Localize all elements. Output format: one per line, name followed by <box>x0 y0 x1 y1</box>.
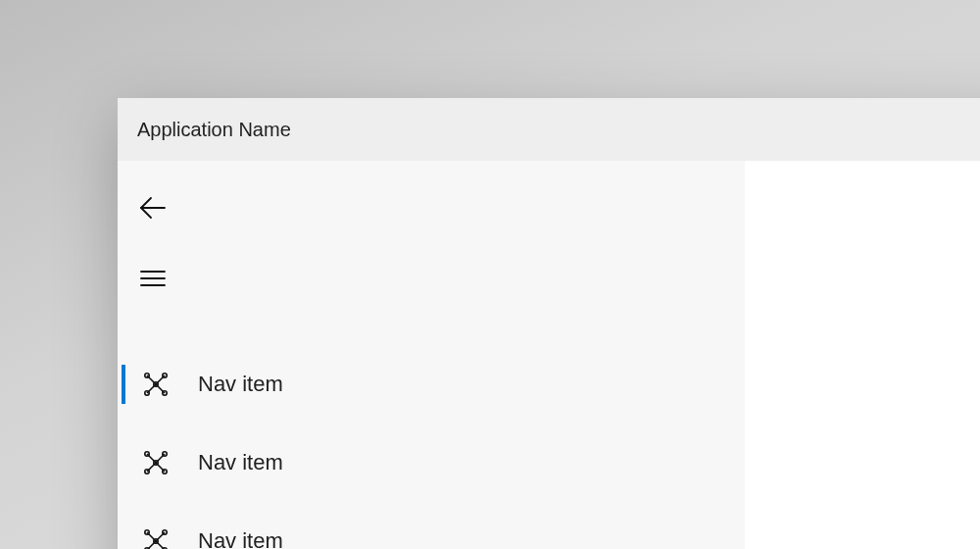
nav-item-1[interactable]: Nav item <box>118 424 745 502</box>
nav-item-icon <box>141 526 171 549</box>
svg-line-27 <box>147 532 156 541</box>
app-window: Application Name <box>118 98 980 549</box>
navigation-pane: Nav item <box>118 161 745 549</box>
svg-line-18 <box>147 454 156 463</box>
nav-item-label: Nav item <box>198 450 283 475</box>
svg-line-30 <box>156 541 165 549</box>
spacer <box>118 314 745 345</box>
nav-item-icon <box>141 370 171 399</box>
nav-item-label: Nav item <box>198 528 283 549</box>
selection-indicator <box>122 365 125 404</box>
svg-line-21 <box>156 463 165 472</box>
svg-line-19 <box>156 454 165 463</box>
nav-item-label: Nav item <box>198 372 283 397</box>
back-button[interactable] <box>118 173 188 243</box>
hamburger-button[interactable] <box>118 243 188 314</box>
nav-item-2[interactable]: Nav item <box>118 502 745 549</box>
svg-line-28 <box>156 532 165 541</box>
nav-item-icon <box>141 448 171 477</box>
nav-item-0[interactable]: Nav item <box>118 345 745 424</box>
selection-indicator <box>122 443 125 482</box>
titlebar: Application Name <box>118 98 980 161</box>
content-pane <box>745 161 980 549</box>
selection-indicator <box>122 522 125 549</box>
svg-line-11 <box>147 384 156 393</box>
svg-line-12 <box>156 384 165 393</box>
hamburger-icon <box>138 264 168 293</box>
body-area: Nav item <box>118 161 980 549</box>
svg-line-29 <box>147 541 156 549</box>
svg-line-10 <box>156 375 165 384</box>
svg-line-20 <box>147 463 156 472</box>
svg-line-9 <box>147 375 156 384</box>
app-title: Application Name <box>137 119 291 141</box>
back-arrow-icon <box>138 193 168 223</box>
nav-list: Nav item <box>118 345 745 549</box>
